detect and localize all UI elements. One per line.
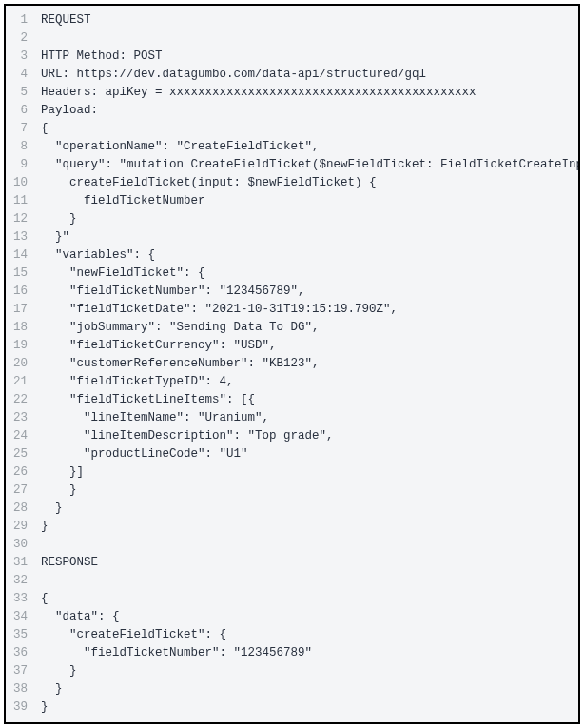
code-line: "operationName": "CreateFieldTicket", (41, 138, 580, 156)
line-number: 29 (6, 518, 37, 536)
line-number: 1 (6, 11, 37, 30)
code-line: HTTP Method: POST (41, 48, 580, 66)
line-number: 23 (6, 409, 37, 427)
line-number: 36 (6, 644, 37, 662)
line-number: 18 (6, 319, 37, 337)
line-number: 28 (6, 500, 37, 518)
line-number: 14 (6, 246, 37, 265)
line-number: 9 (6, 156, 37, 174)
line-number: 2 (6, 30, 37, 48)
code-line: "newFieldTicket": { (41, 265, 580, 283)
line-number: 8 (6, 138, 37, 156)
line-number: 11 (6, 192, 37, 210)
line-number: 37 (6, 662, 37, 680)
code-line: "lineItemName": "Uranium", (41, 409, 580, 427)
code-line: "variables": { (41, 246, 580, 265)
code-body: 1234567891011121314151617181920212223242… (6, 6, 578, 722)
line-number: 12 (6, 210, 37, 228)
code-line: }" (41, 228, 580, 246)
code-line: "jobSummary": "Sending Data To DG", (41, 319, 580, 337)
line-number: 22 (6, 391, 37, 409)
code-line: } (41, 482, 580, 500)
code-line: } (41, 210, 580, 228)
code-line: Headers: apiKey = xxxxxxxxxxxxxxxxxxxxxx… (41, 84, 580, 102)
line-number: 31 (6, 554, 37, 572)
line-number: 21 (6, 373, 37, 391)
line-number: 24 (6, 427, 37, 445)
line-number: 27 (6, 482, 37, 500)
code-line: "customerReferenceNumber": "KB123", (41, 355, 580, 373)
code-line: RESPONSE (41, 554, 580, 572)
line-number: 5 (6, 84, 37, 102)
code-line: "lineItemDescription": "Top grade", (41, 427, 580, 445)
code-line: "query": "mutation CreateFieldTicket($ne… (41, 156, 580, 174)
code-line: REQUEST (41, 11, 580, 30)
code-line: } (41, 500, 580, 518)
line-number: 3 (6, 48, 37, 66)
code-line: fieldTicketNumber (41, 192, 580, 210)
line-number: 4 (6, 66, 37, 84)
line-number: 6 (6, 102, 37, 120)
line-number: 32 (6, 572, 37, 590)
line-number: 25 (6, 445, 37, 463)
line-number: 34 (6, 608, 37, 626)
line-number: 10 (6, 174, 37, 192)
code-line: }] (41, 463, 580, 482)
line-number: 7 (6, 120, 37, 138)
line-number: 17 (6, 301, 37, 319)
code-line: createFieldTicket(input: $newFieldTicket… (41, 174, 580, 192)
code-line: "createFieldTicket": { (41, 626, 580, 644)
line-number: 13 (6, 228, 37, 246)
line-number: 20 (6, 355, 37, 373)
code-line (41, 30, 580, 48)
code-line: } (41, 662, 580, 680)
line-number: 35 (6, 626, 37, 644)
line-number: 16 (6, 283, 37, 301)
code-line: "fieldTicketNumber": "123456789", (41, 283, 580, 301)
line-number-gutter: 1234567891011121314151617181920212223242… (6, 6, 37, 722)
code-line: "fieldTicketDate": "2021-10-31T19:15:19.… (41, 301, 580, 319)
code-line: "fieldTicketNumber": "123456789" (41, 644, 580, 662)
code-line: } (41, 698, 580, 717)
line-number: 38 (6, 680, 37, 698)
code-line: } (41, 680, 580, 698)
code-line: "fieldTicketTypeID": 4, (41, 373, 580, 391)
code-line (41, 536, 580, 554)
code-line (41, 572, 580, 590)
code-line: "fieldTicketCurrency": "USD", (41, 337, 580, 355)
code-line: "productLineCode": "U1" (41, 445, 580, 463)
line-number: 33 (6, 590, 37, 608)
line-number: 19 (6, 337, 37, 355)
code-line: "fieldTicketLineItems": [{ (41, 391, 580, 409)
code-line: { (41, 590, 580, 608)
code-line: { (41, 120, 580, 138)
code-line: URL: https://dev.datagumbo.com/data-api/… (41, 66, 580, 84)
line-number: 39 (6, 698, 37, 717)
line-number: 30 (6, 536, 37, 554)
code-panel: 1234567891011121314151617181920212223242… (4, 4, 580, 724)
line-number: 26 (6, 463, 37, 482)
code-line: } (41, 518, 580, 536)
code-line: Payload: (41, 102, 580, 120)
code-line: "data": { (41, 608, 580, 626)
code-content: REQUESTHTTP Method: POSTURL: https://dev… (37, 6, 580, 722)
line-number: 15 (6, 265, 37, 283)
